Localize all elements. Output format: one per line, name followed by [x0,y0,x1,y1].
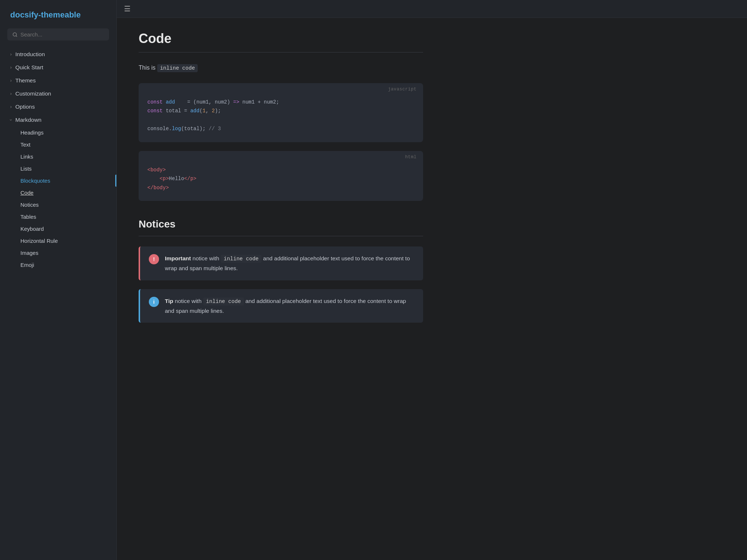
notice-important-text: Important notice with inline code and ad… [165,254,414,273]
sidebar-item-label: Markdown [15,117,42,123]
content-area: Code This is inline code javascript cons… [117,18,445,560]
sidebar-subitem-label: Notices [20,202,39,208]
sidebar-item-introduction[interactable]: › Introduction [0,48,116,61]
sidebar-item-label: Introduction [15,51,45,58]
sidebar-nav: › Introduction › Quick Start › Themes › … [0,46,116,560]
search-wrapper[interactable] [7,28,109,40]
sidebar-item-options[interactable]: › Options [0,100,116,113]
important-icon: ! [149,254,159,264]
search-icon [12,32,18,37]
sidebar-subitem-label: Code [20,190,34,196]
sidebar-subitem-label: Blockquotes [20,178,50,184]
sidebar-subitem-blockquotes[interactable]: Blockquotes [0,175,116,187]
sidebar-subitem-label: Headings [20,129,43,136]
sidebar-subitem-notices[interactable]: Notices [0,199,116,211]
sidebar-subitem-lists[interactable]: Lists [0,163,116,175]
code-lang-label: html [139,151,423,162]
sidebar-subitem-horizontal-rule[interactable]: Horizontal Rule [0,235,116,247]
sidebar-subitem-label: Lists [20,166,32,172]
sidebar-subitem-links[interactable]: Links [0,151,116,163]
sidebar-item-themes[interactable]: › Themes [0,74,116,87]
intro-inline-code: inline code [157,64,198,72]
code-content-javascript: const add = (num1, num2) => num1 + num2;… [139,94,423,142]
sidebar-logo[interactable]: docsify-themeable [0,0,116,26]
notice-inline-code: inline code [203,298,244,306]
tip-icon: i [149,297,159,307]
notice-important: ! Important notice with inline code and … [139,246,423,280]
code-content-html: <body> <p>Hello</p> </body> [139,162,423,201]
sidebar-item-label: Quick Start [15,64,43,71]
notice-tip-text: Tip notice with inline code and addition… [165,296,414,315]
sidebar-subitem-label: Text [20,141,31,148]
notice-text-part1: notice with [173,298,203,304]
chevron-down-icon: › [8,119,13,121]
sidebar-item-markdown[interactable]: › Markdown [0,113,116,127]
chevron-right-icon: › [10,52,12,57]
notice-text-part1: notice with [191,255,221,261]
sidebar-item-label: Options [15,104,35,110]
code-block-javascript: javascript const add = (num1, num2) => n… [139,83,423,142]
svg-line-1 [16,35,17,36]
notice-tip: i Tip notice with inline code and additi… [139,289,423,323]
sidebar-item-label: Customization [15,90,51,97]
title-divider [139,52,423,52]
sidebar-subitem-tables[interactable]: Tables [0,211,116,223]
intro-text: This is [139,65,157,71]
code-block-html: html <body> <p>Hello</p> </body> [139,151,423,201]
sidebar: docsify-themeable › Introduction › Quick… [0,0,117,560]
sidebar-subitem-label: Horizontal Rule [20,238,58,244]
notice-bold: Tip [165,298,173,304]
sidebar-item-quick-start[interactable]: › Quick Start [0,61,116,74]
sidebar-subitem-label: Keyboard [20,226,44,232]
menu-icon[interactable]: ☰ [124,4,131,13]
sidebar-search [0,26,116,46]
sidebar-item-customization[interactable]: › Customization [0,87,116,100]
main: ☰ Code This is inline code javascript co… [117,0,747,560]
sidebar-subitem-label: Emoji [20,262,34,268]
sidebar-subitem-text[interactable]: Text [0,139,116,151]
notices-divider [139,236,423,236]
topbar: ☰ [117,0,747,18]
code-lang-label: javascript [139,83,423,94]
chevron-right-icon: › [10,65,12,70]
chevron-right-icon: › [10,91,12,96]
intro-paragraph: This is inline code [139,63,423,73]
chevron-right-icon: › [10,104,12,109]
page-title: Code [139,31,423,46]
sidebar-subitem-emoji[interactable]: Emoji [0,259,116,271]
sidebar-subitem-keyboard[interactable]: Keyboard [0,223,116,235]
notice-inline-code: inline code [221,255,262,263]
chevron-right-icon: › [10,78,12,83]
sidebar-subitem-label: Links [20,153,33,160]
sidebar-subitem-label: Images [20,250,38,256]
notices-heading: Notices [139,218,423,230]
sidebar-subitem-code[interactable]: Code [0,187,116,199]
sidebar-subitem-images[interactable]: Images [0,247,116,259]
sidebar-item-label: Themes [15,77,36,84]
notice-bold: Important [165,255,191,261]
logo-link[interactable]: docsify-themeable [10,10,81,19]
sidebar-subitem-label: Tables [20,214,36,220]
sidebar-subitem-headings[interactable]: Headings [0,127,116,139]
search-input[interactable] [20,31,104,38]
